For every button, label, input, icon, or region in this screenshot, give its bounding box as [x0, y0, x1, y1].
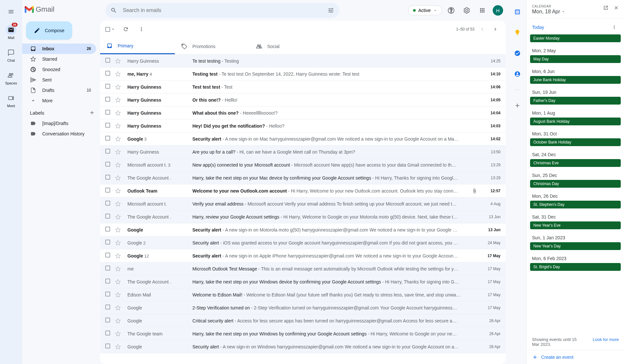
calendar-options-button[interactable]	[610, 23, 619, 32]
row-checkbox[interactable]	[105, 318, 112, 324]
email-row[interactable]: Microsoft account t. Verify your email a…	[100, 197, 506, 210]
email-row[interactable]: Harry Guinness Or this one!? - Helllo! 1…	[100, 94, 506, 107]
calendar-event[interactable]: Father's Day	[530, 97, 621, 105]
row-star[interactable]	[115, 71, 122, 77]
calendar-event[interactable]: New Year's Day	[530, 242, 621, 250]
row-checkbox[interactable]	[105, 84, 112, 90]
row-star[interactable]	[115, 136, 122, 142]
row-checkbox[interactable]	[105, 227, 112, 233]
row-checkbox[interactable]	[105, 110, 112, 116]
prev-page-button[interactable]	[477, 24, 488, 34]
calendar-create-event[interactable]: Create an event	[527, 350, 624, 364]
calendar-event[interactable]: St. Brigid's Day	[530, 263, 621, 271]
nav-starred[interactable]: Starred	[22, 54, 96, 64]
calendar-event[interactable]: August Bank Holiday	[530, 118, 621, 125]
calendar-today-label[interactable]: Today	[532, 25, 544, 30]
status-chip[interactable]: Active	[408, 6, 442, 15]
email-row[interactable]: The Google Account . Harry, take the nex…	[100, 275, 506, 288]
row-checkbox[interactable]	[105, 305, 112, 311]
email-row[interactable]: The Google Account . Harry, review your …	[100, 210, 506, 223]
tab-promotions[interactable]: Promotions	[175, 38, 250, 54]
row-checkbox[interactable]	[105, 188, 112, 194]
calendar-event[interactable]: October Bank Holiday	[530, 138, 621, 146]
row-star[interactable]	[115, 331, 122, 337]
row-checkbox[interactable]	[105, 292, 112, 298]
row-checkbox[interactable]	[105, 279, 112, 285]
row-checkbox[interactable]	[105, 201, 112, 207]
calendar-event[interactable]: May Day	[530, 55, 621, 63]
row-star[interactable]	[115, 240, 122, 246]
support-button[interactable]	[445, 4, 458, 17]
rail-meet[interactable]: Meet	[0, 92, 22, 109]
open-keep-button[interactable]	[511, 26, 524, 39]
row-checkbox[interactable]	[105, 136, 112, 142]
email-row[interactable]: Outlook Team Welcome to your new Outlook…	[100, 184, 506, 197]
row-star[interactable]	[115, 162, 122, 168]
calendar-event[interactable]: St. Stephen's Day	[530, 201, 621, 208]
row-checkbox[interactable]	[105, 123, 112, 129]
email-row[interactable]: Microsoft account t. 3 New app(s) connec…	[100, 158, 506, 171]
email-row[interactable]: me, Harry 4 Testing test - Te test test …	[100, 68, 506, 81]
rail-mail[interactable]: 26 Mail	[0, 23, 22, 41]
account-avatar[interactable]: H	[493, 5, 503, 16]
email-row[interactable]: The Google team Harry, take the next ste…	[100, 327, 506, 340]
calendar-event[interactable]: New Year's Eve	[530, 221, 621, 229]
email-row[interactable]: Harry Guinness Test test test - Test 14:…	[100, 81, 506, 94]
search-input[interactable]	[120, 7, 324, 13]
search-button[interactable]	[107, 4, 120, 17]
row-star[interactable]	[115, 344, 122, 350]
email-row[interactable]: Harry Guinness Hey! Did you get the noti…	[100, 119, 506, 132]
row-checkbox[interactable]	[105, 162, 112, 168]
row-star[interactable]	[115, 201, 122, 207]
row-checkbox[interactable]	[105, 97, 112, 103]
gmail-logo[interactable]: Gmail	[25, 5, 54, 14]
row-star[interactable]	[115, 292, 122, 298]
row-checkbox[interactable]	[105, 266, 112, 272]
refresh-button[interactable]	[121, 24, 131, 34]
calendar-event[interactable]: Easter Monday	[530, 34, 621, 42]
row-checkbox[interactable]	[105, 175, 112, 181]
row-checkbox[interactable]	[105, 58, 112, 64]
row-checkbox[interactable]	[105, 253, 112, 259]
calendar-event[interactable]: Christmas Day	[530, 180, 621, 188]
row-checkbox[interactable]	[105, 149, 112, 155]
main-menu-button[interactable]	[5, 5, 18, 18]
row-star[interactable]	[115, 58, 122, 64]
rail-spaces[interactable]: Spaces	[0, 69, 22, 86]
calendar-event[interactable]: Christmas Eve	[530, 159, 621, 167]
nav-drafts[interactable]: Drafts 10	[22, 85, 96, 95]
open-tasks-button[interactable]	[511, 47, 524, 60]
add-addon-button[interactable]	[511, 99, 524, 112]
rail-chat[interactable]: Chat	[0, 46, 22, 64]
row-star[interactable]	[115, 149, 122, 155]
nav-snoozed[interactable]: Snoozed	[22, 64, 96, 75]
email-row[interactable]: Edison Mail Welcome to Edison Mail! - We…	[100, 288, 506, 301]
row-checkbox[interactable]	[105, 214, 112, 220]
email-row[interactable]: Harry Guinness Te test testing - Testing…	[100, 55, 506, 68]
search-box[interactable]	[105, 3, 339, 18]
open-contacts-button[interactable]	[511, 68, 524, 81]
email-row[interactable]: me Microsoft Outlook Test Message - This…	[100, 262, 506, 275]
row-star[interactable]	[115, 305, 122, 311]
row-star[interactable]	[115, 318, 122, 324]
row-star[interactable]	[115, 188, 122, 194]
calendar-body[interactable]: Easter MondayMon, 2 MayMay DayMon, 6 Jun…	[527, 34, 624, 334]
row-star[interactable]	[115, 214, 122, 220]
email-row[interactable]: Google Security alert - A new sign-in on…	[100, 223, 506, 236]
row-star[interactable]	[115, 227, 122, 233]
label-imap-drafts[interactable]: [Imap]/Drafts	[22, 118, 96, 129]
nav-sent[interactable]: Sent	[22, 75, 96, 85]
row-checkbox[interactable]	[105, 240, 112, 246]
row-star[interactable]	[115, 279, 122, 285]
calendar-look-more-link[interactable]: Look for more	[593, 337, 619, 342]
email-row[interactable]: Google 2 Security alert - iOS was grante…	[100, 236, 506, 249]
tab-primary[interactable]: Primary	[100, 38, 175, 54]
calendar-popout-button[interactable]	[601, 3, 610, 12]
email-row[interactable]: Google Security alert - A new sign-in on…	[100, 340, 506, 353]
email-row[interactable]: Google 12 Security alert - A new sign-in…	[100, 249, 506, 262]
row-checkbox[interactable]	[105, 344, 112, 350]
email-row[interactable]: Google 3 Security alert - A new sign-in …	[100, 132, 506, 145]
email-row[interactable]: The Google Account . Harry, take the nex…	[100, 171, 506, 184]
row-checkbox[interactable]	[105, 331, 112, 337]
email-row[interactable]: Google Critical security alert - Access …	[100, 314, 506, 327]
